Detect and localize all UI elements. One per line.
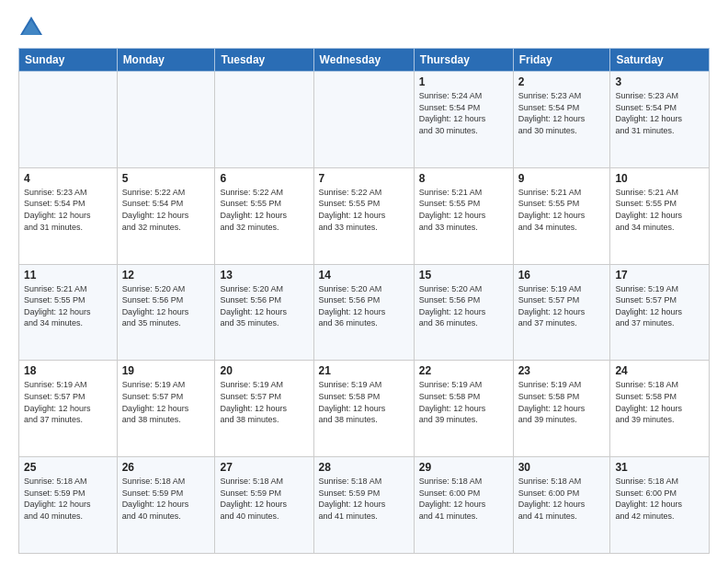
- day-number: 5: [122, 172, 210, 185]
- day-number: 15: [419, 269, 508, 282]
- day-number: 25: [24, 461, 112, 474]
- day-info: Sunrise: 5:18 AM Sunset: 5:59 PM Dayligh…: [220, 476, 308, 522]
- day-number: 13: [220, 269, 308, 282]
- calendar-body: 1Sunrise: 5:24 AM Sunset: 5:54 PM Daylig…: [19, 72, 710, 554]
- calendar-cell: 24Sunrise: 5:18 AM Sunset: 5:58 PM Dayli…: [610, 361, 710, 457]
- day-info: Sunrise: 5:20 AM Sunset: 5:56 PM Dayligh…: [319, 283, 409, 329]
- calendar-cell: 8Sunrise: 5:21 AM Sunset: 5:55 PM Daylig…: [414, 167, 513, 264]
- header: [18, 15, 710, 40]
- day-info: Sunrise: 5:23 AM Sunset: 5:54 PM Dayligh…: [518, 90, 606, 136]
- day-info: Sunrise: 5:24 AM Sunset: 5:54 PM Dayligh…: [419, 90, 508, 136]
- calendar-cell: 21Sunrise: 5:19 AM Sunset: 5:58 PM Dayli…: [313, 361, 414, 457]
- day-info: Sunrise: 5:19 AM Sunset: 5:57 PM Dayligh…: [518, 283, 606, 329]
- day-number: 14: [319, 269, 409, 282]
- weekday-header-tuesday: Tuesday: [215, 49, 313, 72]
- day-info: Sunrise: 5:18 AM Sunset: 6:00 PM Dayligh…: [615, 476, 704, 522]
- day-info: Sunrise: 5:18 AM Sunset: 6:00 PM Dayligh…: [419, 476, 508, 522]
- calendar-table: SundayMondayTuesdayWednesdayThursdayFrid…: [18, 48, 710, 554]
- week-row-3: 18Sunrise: 5:19 AM Sunset: 5:57 PM Dayli…: [19, 361, 710, 457]
- day-info: Sunrise: 5:21 AM Sunset: 5:55 PM Dayligh…: [615, 187, 704, 233]
- day-number: 6: [220, 172, 308, 185]
- day-info: Sunrise: 5:23 AM Sunset: 5:54 PM Dayligh…: [615, 90, 704, 136]
- calendar-cell: 20Sunrise: 5:19 AM Sunset: 5:57 PM Dayli…: [215, 361, 313, 457]
- day-info: Sunrise: 5:22 AM Sunset: 5:55 PM Dayligh…: [319, 187, 409, 233]
- week-row-2: 11Sunrise: 5:21 AM Sunset: 5:55 PM Dayli…: [19, 264, 710, 361]
- day-number: 23: [518, 364, 606, 377]
- day-info: Sunrise: 5:22 AM Sunset: 5:55 PM Dayligh…: [220, 187, 308, 233]
- day-number: 24: [615, 364, 704, 377]
- day-info: Sunrise: 5:19 AM Sunset: 5:58 PM Dayligh…: [319, 379, 409, 425]
- day-info: Sunrise: 5:18 AM Sunset: 5:58 PM Dayligh…: [615, 379, 704, 425]
- calendar-cell: 11Sunrise: 5:21 AM Sunset: 5:55 PM Dayli…: [19, 264, 118, 361]
- calendar-cell: 1Sunrise: 5:24 AM Sunset: 5:54 PM Daylig…: [414, 72, 513, 168]
- calendar-cell: 6Sunrise: 5:22 AM Sunset: 5:55 PM Daylig…: [215, 167, 313, 264]
- calendar-cell: 9Sunrise: 5:21 AM Sunset: 5:55 PM Daylig…: [513, 167, 610, 264]
- calendar-cell: [215, 72, 313, 168]
- logo-icon: [18, 15, 44, 40]
- day-number: 18: [24, 364, 112, 377]
- day-number: 21: [319, 364, 409, 377]
- day-number: 20: [220, 364, 308, 377]
- day-number: 22: [419, 364, 508, 377]
- day-info: Sunrise: 5:22 AM Sunset: 5:54 PM Dayligh…: [122, 187, 210, 233]
- calendar-cell: 31Sunrise: 5:18 AM Sunset: 6:00 PM Dayli…: [610, 457, 710, 554]
- day-info: Sunrise: 5:23 AM Sunset: 5:54 PM Dayligh…: [24, 187, 112, 233]
- day-info: Sunrise: 5:19 AM Sunset: 5:57 PM Dayligh…: [122, 379, 210, 425]
- day-info: Sunrise: 5:19 AM Sunset: 5:58 PM Dayligh…: [518, 379, 606, 425]
- calendar-cell: [19, 72, 118, 168]
- calendar-header: SundayMondayTuesdayWednesdayThursdayFrid…: [19, 49, 710, 72]
- calendar-cell: 19Sunrise: 5:19 AM Sunset: 5:57 PM Dayli…: [117, 361, 215, 457]
- day-number: 27: [220, 461, 308, 474]
- day-number: 17: [615, 269, 704, 282]
- week-row-0: 1Sunrise: 5:24 AM Sunset: 5:54 PM Daylig…: [19, 72, 710, 168]
- day-number: 10: [615, 172, 704, 185]
- day-number: 4: [24, 172, 112, 185]
- calendar-cell: 2Sunrise: 5:23 AM Sunset: 5:54 PM Daylig…: [513, 72, 610, 168]
- calendar-page: SundayMondayTuesdayWednesdayThursdayFrid…: [0, 0, 728, 563]
- day-info: Sunrise: 5:21 AM Sunset: 5:55 PM Dayligh…: [24, 283, 112, 329]
- calendar-cell: 15Sunrise: 5:20 AM Sunset: 5:56 PM Dayli…: [414, 264, 513, 361]
- day-info: Sunrise: 5:18 AM Sunset: 5:59 PM Dayligh…: [319, 476, 409, 522]
- calendar-cell: 29Sunrise: 5:18 AM Sunset: 6:00 PM Dayli…: [414, 457, 513, 554]
- day-info: Sunrise: 5:18 AM Sunset: 6:00 PM Dayligh…: [518, 476, 606, 522]
- calendar-cell: 25Sunrise: 5:18 AM Sunset: 5:59 PM Dayli…: [19, 457, 118, 554]
- day-number: 16: [518, 269, 606, 282]
- weekday-header-sunday: Sunday: [19, 49, 118, 72]
- logo: [18, 15, 48, 40]
- calendar-cell: 10Sunrise: 5:21 AM Sunset: 5:55 PM Dayli…: [610, 167, 710, 264]
- weekday-header-friday: Friday: [513, 49, 610, 72]
- day-number: 1: [419, 75, 508, 88]
- weekday-row: SundayMondayTuesdayWednesdayThursdayFrid…: [19, 49, 710, 72]
- calendar-cell: 12Sunrise: 5:20 AM Sunset: 5:56 PM Dayli…: [117, 264, 215, 361]
- day-info: Sunrise: 5:20 AM Sunset: 5:56 PM Dayligh…: [122, 283, 210, 329]
- week-row-4: 25Sunrise: 5:18 AM Sunset: 5:59 PM Dayli…: [19, 457, 710, 554]
- day-number: 3: [615, 75, 704, 88]
- calendar-cell: 22Sunrise: 5:19 AM Sunset: 5:58 PM Dayli…: [414, 361, 513, 457]
- day-info: Sunrise: 5:20 AM Sunset: 5:56 PM Dayligh…: [419, 283, 508, 329]
- day-number: 31: [615, 461, 704, 474]
- calendar-cell: 28Sunrise: 5:18 AM Sunset: 5:59 PM Dayli…: [313, 457, 414, 554]
- day-info: Sunrise: 5:19 AM Sunset: 5:57 PM Dayligh…: [615, 283, 704, 329]
- day-number: 9: [518, 172, 606, 185]
- day-number: 28: [319, 461, 409, 474]
- day-info: Sunrise: 5:19 AM Sunset: 5:57 PM Dayligh…: [220, 379, 308, 425]
- calendar-cell: 3Sunrise: 5:23 AM Sunset: 5:54 PM Daylig…: [610, 72, 710, 168]
- week-row-1: 4Sunrise: 5:23 AM Sunset: 5:54 PM Daylig…: [19, 167, 710, 264]
- day-number: 19: [122, 364, 210, 377]
- day-number: 8: [419, 172, 508, 185]
- weekday-header-saturday: Saturday: [610, 49, 710, 72]
- calendar-cell: [117, 72, 215, 168]
- day-number: 30: [518, 461, 606, 474]
- calendar-cell: 23Sunrise: 5:19 AM Sunset: 5:58 PM Dayli…: [513, 361, 610, 457]
- calendar-cell: 7Sunrise: 5:22 AM Sunset: 5:55 PM Daylig…: [313, 167, 414, 264]
- day-info: Sunrise: 5:18 AM Sunset: 5:59 PM Dayligh…: [122, 476, 210, 522]
- day-number: 12: [122, 269, 210, 282]
- calendar-cell: 30Sunrise: 5:18 AM Sunset: 6:00 PM Dayli…: [513, 457, 610, 554]
- day-number: 11: [24, 269, 112, 282]
- day-info: Sunrise: 5:21 AM Sunset: 5:55 PM Dayligh…: [518, 187, 606, 233]
- calendar-cell: 13Sunrise: 5:20 AM Sunset: 5:56 PM Dayli…: [215, 264, 313, 361]
- calendar-cell: 18Sunrise: 5:19 AM Sunset: 5:57 PM Dayli…: [19, 361, 118, 457]
- day-number: 2: [518, 75, 606, 88]
- weekday-header-wednesday: Wednesday: [313, 49, 414, 72]
- calendar-cell: 27Sunrise: 5:18 AM Sunset: 5:59 PM Dayli…: [215, 457, 313, 554]
